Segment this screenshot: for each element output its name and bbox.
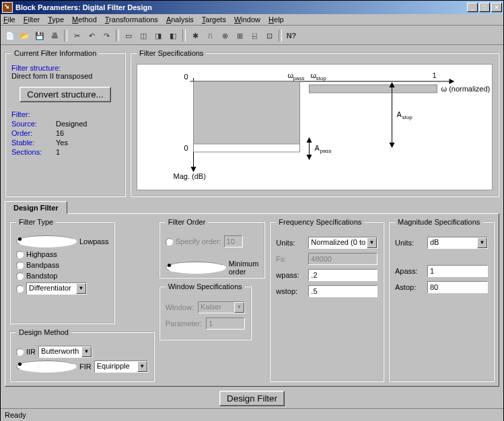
astop-input[interactable] [427,281,488,293]
info-val: 1 [56,148,60,156]
chevron-down-icon[interactable]: ▼ [81,346,92,357]
help-icon[interactable]: N? [285,29,298,42]
radio-fir[interactable] [16,360,77,373]
fir-select[interactable]: Equiripple▼ [94,360,148,373]
chevron-down-icon: ▼ [234,302,244,313]
wpass-input[interactable] [308,269,377,281]
menu-targets[interactable]: Targets [202,15,226,24]
radio-bandpass[interactable] [16,262,24,269]
wstop-label: wstop: [276,287,304,295]
svg-text:0: 0 [184,73,188,81]
separator-icon [64,30,67,42]
info-key: Stable: [11,139,52,147]
group-delay-icon[interactable]: ◧ [166,29,180,42]
window-select: Kaiser▼ [198,301,245,313]
print-icon[interactable]: 🖶 [48,29,61,42]
panel-legend: Magnitude Specifications [395,218,482,226]
svg-marker-1 [191,167,196,172]
freq-units-select[interactable]: Normalized (0 to 1)▼ [308,237,377,249]
info-key: Source: [11,120,52,128]
svg-rect-6 [310,85,437,93]
close-button[interactable]: × [491,3,502,12]
radio-bandstop[interactable] [16,272,24,280]
menu-file[interactable]: File [3,15,15,24]
svg-text:A: A [315,144,320,152]
filter-structure-label: Filter structure: [11,64,119,72]
step-icon[interactable]: ⎍ [203,29,217,42]
redo-icon[interactable]: ↷ [100,29,113,42]
spec-diagram: Mag. (dB) 0 0 ωpass ωstop 1 ω (normalize… [137,64,493,190]
chevron-down-icon[interactable]: ▼ [76,283,86,294]
menu-filter[interactable]: Filter [24,15,40,24]
radio-specify-order[interactable] [166,238,173,245]
chevron-down-icon[interactable]: ▼ [137,361,147,372]
mag-response-icon[interactable]: ◫ [137,29,150,42]
save-icon[interactable]: 💾 [33,29,46,42]
window-spec-panel: Window Specifications Window: Kaiser▼ Pa… [159,282,252,340]
svg-text:0: 0 [184,144,188,152]
apass-input[interactable] [427,265,488,277]
rect-icon[interactable]: ▭ [122,29,135,42]
filter-structure-value: Direct form II transposed [11,72,119,80]
radio-label: Lowpass [79,237,108,245]
radio-label: Highpass [26,250,57,258]
menu-window[interactable]: Window [234,15,260,24]
filter-type-select[interactable]: Differentiator▼ [26,282,87,295]
menu-type[interactable]: Type [48,15,64,24]
impulse-icon[interactable]: ✱ [188,29,202,42]
radio-lowpass[interactable] [16,235,77,247]
separator-icon [182,30,186,42]
order-input[interactable] [224,235,243,247]
filter-spec-panel: Filter Specifications Mag. (dB) 0 0 ωpas… [130,49,499,197]
coeff-icon[interactable]: ⊞ [233,29,246,42]
zoom-icon[interactable]: ⊡ [262,29,276,42]
info-val: 16 [56,129,64,137]
new-icon[interactable]: 📄 [3,29,17,42]
magnitude-spec-panel: Magnitude Specifications Units: dB▼ Apas… [388,218,495,382]
pole-zero-icon[interactable]: ⊗ [218,29,231,42]
minimize-button[interactable]: _ [467,3,478,12]
menu-help[interactable]: Help [268,15,284,24]
design-filter-button[interactable]: Design Filter [219,391,285,406]
apass-label: Apass: [395,267,423,275]
panel-legend: Filter Type [16,218,56,226]
radio-highpass[interactable] [16,251,24,258]
info-icon[interactable]: ⌸ [248,29,261,42]
undo-icon[interactable]: ↶ [85,29,98,42]
open-icon[interactable]: 📂 [18,29,32,42]
cut-icon[interactable]: ✂ [70,29,83,42]
radio-other[interactable] [16,285,24,293]
mag-units-select[interactable]: dB▼ [427,237,488,249]
menu-method[interactable]: Method [72,15,97,24]
svg-text:pass: pass [293,75,305,81]
radio-iir[interactable] [16,348,24,356]
menu-analysis[interactable]: Analysis [166,15,194,24]
wstop-input[interactable] [308,285,377,297]
svg-marker-17 [307,137,312,143]
phase-response-icon[interactable]: ◨ [151,29,165,42]
radio-min-order[interactable] [166,262,226,274]
separator-icon [116,30,119,42]
chevron-down-icon[interactable]: ▼ [367,237,377,248]
window-title: Block Parameters: Digital Filter Design [15,3,467,11]
convert-structure-button[interactable]: Convert structure... [20,87,110,102]
svg-rect-5 [194,144,300,152]
panel-legend: Current Filter Information [11,49,99,57]
svg-rect-4 [194,81,300,149]
radio-label: Bandstop [26,272,57,280]
svg-marker-23 [390,143,395,148]
chevron-down-icon[interactable]: ▼ [477,237,487,248]
units-label: Units: [276,239,304,247]
menu-transformations[interactable]: Transformations [105,15,158,24]
fs-label: Fs: [276,255,304,263]
maximize-button[interactable]: □ [479,3,490,12]
units-label: Units: [395,239,423,247]
radio-label: IIR [26,348,36,356]
toolbar: 📄 📂 💾 🖶 ✂ ↶ ↷ ▭ ◫ ◨ ◧ ✱ ⎍ ⊗ ⊞ ⌸ ⊡ N? [1,27,503,45]
info-key: Order: [11,129,52,137]
iir-select[interactable]: Butterworth▼ [38,346,92,358]
app-icon [2,2,13,13]
fs-input [308,253,377,265]
svg-text:stop: stop [316,75,327,81]
tab-design-filter[interactable]: Design Filter [5,201,67,214]
